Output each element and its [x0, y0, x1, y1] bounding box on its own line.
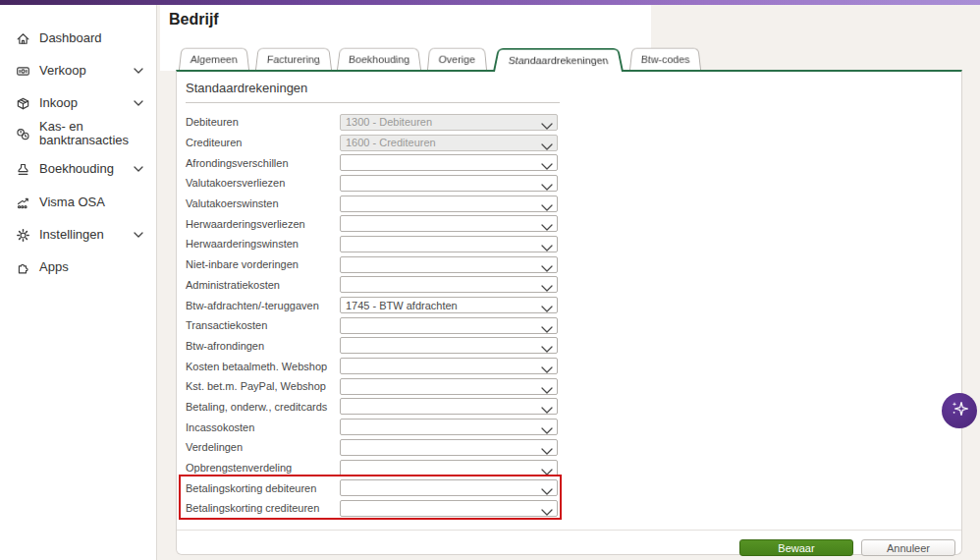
- account-select[interactable]: [340, 175, 558, 192]
- save-button[interactable]: Bewaar: [739, 539, 853, 556]
- package-icon: [16, 96, 30, 111]
- gear-icon: [16, 228, 30, 243]
- select-chevron-icon: [541, 466, 553, 473]
- form-row: Verdelingen: [186, 437, 560, 458]
- form-rows: Debiteuren1300 - DebiteurenCrediteuren16…: [186, 112, 560, 519]
- account-select[interactable]: 1745 - BTW afdrachten: [340, 297, 558, 313]
- account-select[interactable]: [340, 460, 558, 476]
- account-select[interactable]: [340, 256, 558, 273]
- select-chevron-icon: [541, 445, 553, 452]
- account-select[interactable]: [340, 378, 558, 395]
- select-chevron-icon: [541, 303, 553, 309]
- form-row: Betaling, onderw., creditcards: [186, 397, 560, 418]
- select-chevron-icon: [541, 404, 553, 411]
- tab-standaardrekeningen[interactable]: Standaardrekeningen: [493, 48, 624, 72]
- sidebar-item-label: Inkoop: [39, 96, 134, 110]
- account-select[interactable]: [340, 276, 558, 293]
- form-row: Debiteuren1300 - Debiteuren: [186, 112, 560, 133]
- account-select[interactable]: [340, 154, 558, 171]
- field-label: Kst. bet.m. PayPal, Webshop: [186, 380, 340, 392]
- select-chevron-icon: [541, 323, 553, 330]
- sidebar-item-label: Kas- en banktransacties: [39, 120, 134, 147]
- puzzle-icon: [16, 260, 30, 275]
- sidebar-item-apps[interactable]: Apps: [0, 256, 157, 278]
- tab-bar: AlgemeenFactureringBoekhoudingOverigeSta…: [179, 46, 702, 70]
- form-row: Kst. bet.m. PayPal, Webshop: [186, 376, 560, 397]
- account-select[interactable]: 1300 - Debiteuren: [340, 114, 558, 131]
- banknote-icon: [16, 64, 30, 79]
- sidebar-item-label: Instellingen: [39, 228, 134, 242]
- select-chevron-icon: [541, 120, 553, 127]
- select-chevron-icon: [541, 282, 553, 289]
- chevron-down-icon: [134, 232, 143, 238]
- account-select[interactable]: [340, 236, 558, 252]
- account-select[interactable]: [340, 196, 558, 212]
- select-chevron-icon: [541, 221, 553, 228]
- field-label: Valutakoersverliezen: [186, 177, 340, 189]
- app-window: DashboardVerkoopInkoopKas- en banktransa…: [0, 0, 980, 560]
- tab-btw-codes[interactable]: Btw-codes: [629, 48, 701, 70]
- chevron-down-icon: [134, 68, 143, 74]
- tab-facturering[interactable]: Facturering: [255, 48, 332, 70]
- field-label: Opbrengstenverdeling: [186, 462, 340, 474]
- select-chevron-icon: [541, 242, 553, 249]
- field-label: Kosten betaalmeth. Webshop: [186, 361, 340, 372]
- field-label: Verdelingen: [186, 441, 340, 453]
- section-title: Standaardrekeningen: [186, 81, 560, 103]
- account-select[interactable]: 1600 - Crediteuren: [340, 135, 558, 151]
- form-row: Incassokosten: [186, 417, 560, 437]
- field-label: Niet-inbare vorderingen: [186, 258, 340, 270]
- sidebar-item-label: Apps: [39, 260, 134, 274]
- account-select[interactable]: [340, 317, 558, 334]
- select-chevron-icon: [541, 364, 553, 370]
- account-select[interactable]: [340, 398, 558, 415]
- field-label: Betaling, onderw., creditcards: [186, 401, 340, 413]
- tab-algemeen[interactable]: Algemeen: [179, 48, 249, 70]
- select-chevron-icon: [541, 424, 553, 431]
- sidebar-item-kas-en-banktransacties[interactable]: Kas- en banktransacties: [0, 119, 157, 148]
- footer-divider: [177, 530, 961, 531]
- account-select[interactable]: [340, 215, 558, 232]
- page-title: Bedrijf: [169, 11, 219, 28]
- form-row: Valutakoerswinsten: [186, 194, 560, 214]
- home-icon: [16, 31, 30, 46]
- sidebar-item-instellingen[interactable]: Instellingen: [0, 224, 157, 246]
- field-label: Valutakoerswinsten: [186, 197, 340, 209]
- coins-icon: [16, 127, 30, 141]
- tab-overige[interactable]: Overige: [427, 48, 487, 70]
- select-value: 1600 - Crediteuren: [346, 137, 436, 148]
- account-select[interactable]: [340, 439, 558, 456]
- tab-boekhouding[interactable]: Boekhouding: [337, 48, 421, 70]
- account-select[interactable]: [340, 419, 558, 435]
- field-label: Debiteuren: [186, 116, 340, 128]
- field-label: Herwaarderingswinsten: [186, 238, 340, 250]
- sidebar-item-boekhouding[interactable]: Boekhouding: [0, 158, 157, 180]
- form-row: Crediteuren1600 - Crediteuren: [186, 133, 560, 153]
- sidebar: DashboardVerkoopInkoopKas- en banktransa…: [0, 5, 157, 560]
- sidebar-item-label: Verkoop: [39, 64, 134, 78]
- field-label: Btw-afrondingen: [186, 340, 340, 352]
- form-row: Btw-afdrachten/-teruggaven1745 - BTW afd…: [186, 295, 560, 315]
- stamp-icon: [16, 162, 30, 177]
- select-chevron-icon: [541, 343, 553, 350]
- cancel-button[interactable]: Annuleer: [861, 539, 955, 556]
- form-row: Afrondingsverschillen: [186, 152, 560, 173]
- form-row: Administratiekosten: [186, 275, 560, 296]
- field-label: Administratiekosten: [186, 279, 340, 291]
- select-chevron-icon: [541, 140, 553, 147]
- sidebar-item-dashboard[interactable]: Dashboard: [0, 28, 157, 49]
- account-select[interactable]: [340, 337, 558, 354]
- form-row: Btw-afrondingen: [186, 336, 560, 357]
- sidebar-item-visma-osa[interactable]: Visma OSA: [0, 192, 157, 213]
- sidebar-item-inkoop[interactable]: Inkoop: [0, 92, 157, 114]
- field-label: Afrondingsverschillen: [186, 157, 340, 169]
- assistant-fab-button[interactable]: [942, 393, 977, 428]
- form-row: Niet-inbare vorderingen: [186, 254, 560, 275]
- sidebar-item-verkoop[interactable]: Verkoop: [0, 60, 157, 82]
- field-label: Incassokosten: [186, 421, 340, 433]
- select-chevron-icon: [541, 160, 553, 167]
- account-select[interactable]: [340, 358, 558, 374]
- sidebar-item-label: Boekhouding: [39, 162, 134, 176]
- sparkles-icon: [950, 399, 969, 422]
- select-chevron-icon: [541, 262, 553, 269]
